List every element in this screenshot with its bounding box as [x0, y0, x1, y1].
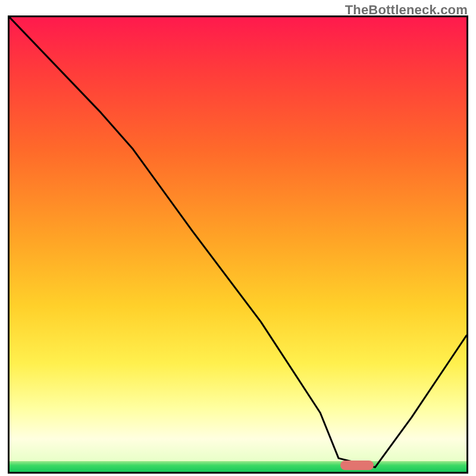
chart-background-gradient — [10, 17, 466, 461]
chart-background-green-strip — [10, 461, 466, 472]
chart-frame — [8, 15, 468, 474]
optimal-marker — [340, 461, 374, 470]
